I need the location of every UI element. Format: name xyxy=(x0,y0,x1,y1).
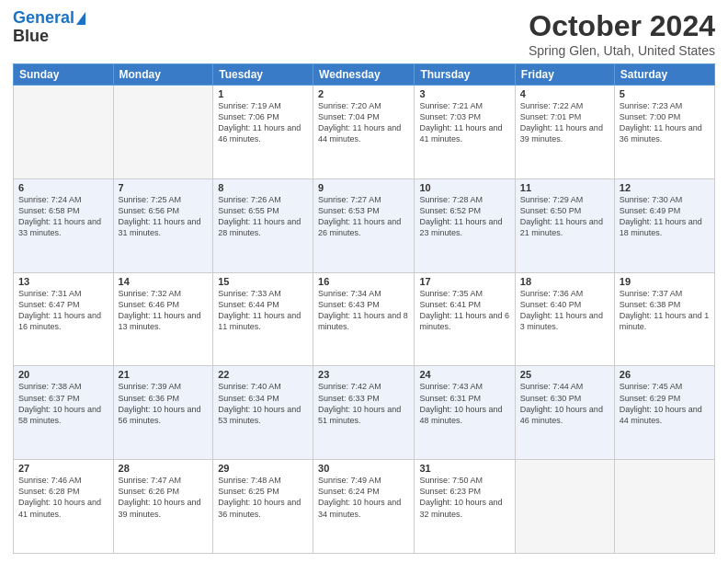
day-number: 15 xyxy=(218,276,308,287)
day-info: Sunrise: 7:48 AMSunset: 6:25 PMDaylight:… xyxy=(218,475,308,520)
table-row: 25Sunrise: 7:44 AMSunset: 6:30 PMDayligh… xyxy=(515,366,614,460)
col-sunday: Sunday xyxy=(14,64,114,86)
day-number: 12 xyxy=(620,182,710,193)
day-info: Sunrise: 7:30 AMSunset: 6:49 PMDaylight:… xyxy=(620,194,710,239)
day-info: Sunrise: 7:35 AMSunset: 6:41 PMDaylight:… xyxy=(419,288,509,333)
table-row: 16Sunrise: 7:34 AMSunset: 6:43 PMDayligh… xyxy=(313,272,415,366)
table-row: 15Sunrise: 7:33 AMSunset: 6:44 PMDayligh… xyxy=(213,272,313,366)
calendar-header-row: Sunday Monday Tuesday Wednesday Thursday… xyxy=(14,64,715,86)
day-info: Sunrise: 7:34 AMSunset: 6:43 PMDaylight:… xyxy=(318,288,409,333)
day-number: 22 xyxy=(218,369,308,380)
col-monday: Monday xyxy=(113,64,213,86)
calendar-week-row: 20Sunrise: 7:38 AMSunset: 6:37 PMDayligh… xyxy=(14,366,715,460)
day-number: 30 xyxy=(318,463,409,474)
day-info: Sunrise: 7:24 AMSunset: 6:58 PMDaylight:… xyxy=(18,194,108,239)
day-number: 23 xyxy=(318,369,409,380)
table-row xyxy=(14,86,114,179)
day-info: Sunrise: 7:22 AMSunset: 7:01 PMDaylight:… xyxy=(520,100,609,145)
table-row: 5Sunrise: 7:23 AMSunset: 7:00 PMDaylight… xyxy=(614,86,714,179)
table-row: 7Sunrise: 7:25 AMSunset: 6:56 PMDaylight… xyxy=(113,178,213,272)
day-number: 21 xyxy=(119,369,209,380)
day-info: Sunrise: 7:21 AMSunset: 7:03 PMDaylight:… xyxy=(419,100,509,145)
table-row: 6Sunrise: 7:24 AMSunset: 6:58 PMDaylight… xyxy=(14,178,114,272)
day-number: 20 xyxy=(18,369,108,380)
table-row: 17Sunrise: 7:35 AMSunset: 6:41 PMDayligh… xyxy=(415,272,515,366)
day-number: 2 xyxy=(318,88,409,99)
day-number: 19 xyxy=(620,276,710,287)
day-number: 13 xyxy=(18,276,108,287)
day-number: 4 xyxy=(520,88,609,99)
table-row: 3Sunrise: 7:21 AMSunset: 7:03 PMDaylight… xyxy=(415,86,515,179)
calendar-table: Sunday Monday Tuesday Wednesday Thursday… xyxy=(13,63,715,554)
table-row xyxy=(113,86,213,179)
table-row: 12Sunrise: 7:30 AMSunset: 6:49 PMDayligh… xyxy=(614,178,714,272)
day-number: 7 xyxy=(119,182,209,193)
table-row: 31Sunrise: 7:50 AMSunset: 6:23 PMDayligh… xyxy=(415,460,515,554)
col-friday: Friday xyxy=(515,64,614,86)
table-row xyxy=(614,460,714,554)
calendar-week-row: 1Sunrise: 7:19 AMSunset: 7:06 PMDaylight… xyxy=(14,86,715,179)
table-row: 21Sunrise: 7:39 AMSunset: 6:36 PMDayligh… xyxy=(113,366,213,460)
page-title: October 2024 xyxy=(529,9,715,43)
table-row: 13Sunrise: 7:31 AMSunset: 6:47 PMDayligh… xyxy=(14,272,114,366)
page-subtitle: Spring Glen, Utah, United States xyxy=(529,43,715,58)
table-row: 24Sunrise: 7:43 AMSunset: 6:31 PMDayligh… xyxy=(415,366,515,460)
col-thursday: Thursday xyxy=(415,64,515,86)
logo-general: General xyxy=(13,8,74,27)
col-saturday: Saturday xyxy=(614,64,714,86)
day-info: Sunrise: 7:31 AMSunset: 6:47 PMDaylight:… xyxy=(18,288,108,333)
day-info: Sunrise: 7:19 AMSunset: 7:06 PMDaylight:… xyxy=(218,100,308,145)
logo: General Blue xyxy=(13,9,85,46)
day-number: 25 xyxy=(520,369,609,380)
day-info: Sunrise: 7:47 AMSunset: 6:26 PMDaylight:… xyxy=(119,475,209,520)
day-number: 26 xyxy=(620,369,710,380)
calendar-week-row: 6Sunrise: 7:24 AMSunset: 6:58 PMDaylight… xyxy=(14,178,715,272)
day-number: 16 xyxy=(318,276,409,287)
day-info: Sunrise: 7:29 AMSunset: 6:50 PMDaylight:… xyxy=(520,194,609,239)
col-tuesday: Tuesday xyxy=(213,64,313,86)
day-info: Sunrise: 7:23 AMSunset: 7:00 PMDaylight:… xyxy=(620,100,710,145)
day-number: 14 xyxy=(119,276,209,287)
table-row: 19Sunrise: 7:37 AMSunset: 6:38 PMDayligh… xyxy=(614,272,714,366)
day-info: Sunrise: 7:32 AMSunset: 6:46 PMDaylight:… xyxy=(119,288,209,333)
table-row: 4Sunrise: 7:22 AMSunset: 7:01 PMDaylight… xyxy=(515,86,614,179)
table-row: 30Sunrise: 7:49 AMSunset: 6:24 PMDayligh… xyxy=(313,460,415,554)
day-number: 17 xyxy=(419,276,509,287)
day-number: 31 xyxy=(419,463,509,474)
logo-text: General xyxy=(13,9,74,28)
day-info: Sunrise: 7:42 AMSunset: 6:33 PMDaylight:… xyxy=(318,381,409,426)
table-row: 14Sunrise: 7:32 AMSunset: 6:46 PMDayligh… xyxy=(113,272,213,366)
day-info: Sunrise: 7:28 AMSunset: 6:52 PMDaylight:… xyxy=(419,194,509,239)
day-number: 28 xyxy=(119,463,209,474)
table-row: 8Sunrise: 7:26 AMSunset: 6:55 PMDaylight… xyxy=(213,178,313,272)
day-info: Sunrise: 7:20 AMSunset: 7:04 PMDaylight:… xyxy=(318,100,409,145)
day-info: Sunrise: 7:49 AMSunset: 6:24 PMDaylight:… xyxy=(318,475,409,520)
day-info: Sunrise: 7:37 AMSunset: 6:38 PMDaylight:… xyxy=(620,288,710,333)
day-info: Sunrise: 7:38 AMSunset: 6:37 PMDaylight:… xyxy=(18,381,108,426)
day-number: 9 xyxy=(318,182,409,193)
table-row: 10Sunrise: 7:28 AMSunset: 6:52 PMDayligh… xyxy=(415,178,515,272)
day-info: Sunrise: 7:36 AMSunset: 6:40 PMDaylight:… xyxy=(520,288,609,333)
table-row: 18Sunrise: 7:36 AMSunset: 6:40 PMDayligh… xyxy=(515,272,614,366)
day-number: 29 xyxy=(218,463,308,474)
day-info: Sunrise: 7:26 AMSunset: 6:55 PMDaylight:… xyxy=(218,194,308,239)
day-number: 18 xyxy=(520,276,609,287)
header: General Blue October 2024 Spring Glen, U… xyxy=(13,9,715,58)
day-number: 24 xyxy=(419,369,509,380)
day-info: Sunrise: 7:43 AMSunset: 6:31 PMDaylight:… xyxy=(419,381,509,426)
day-number: 5 xyxy=(620,88,710,99)
table-row: 1Sunrise: 7:19 AMSunset: 7:06 PMDaylight… xyxy=(213,86,313,179)
table-row: 27Sunrise: 7:46 AMSunset: 6:28 PMDayligh… xyxy=(14,460,114,554)
day-info: Sunrise: 7:25 AMSunset: 6:56 PMDaylight:… xyxy=(119,194,209,239)
day-number: 3 xyxy=(419,88,509,99)
table-row: 9Sunrise: 7:27 AMSunset: 6:53 PMDaylight… xyxy=(313,178,415,272)
page: General Blue October 2024 Spring Glen, U… xyxy=(0,0,728,563)
day-info: Sunrise: 7:33 AMSunset: 6:44 PMDaylight:… xyxy=(218,288,308,333)
day-number: 8 xyxy=(218,182,308,193)
day-info: Sunrise: 7:44 AMSunset: 6:30 PMDaylight:… xyxy=(520,381,609,426)
day-info: Sunrise: 7:40 AMSunset: 6:34 PMDaylight:… xyxy=(218,381,308,426)
table-row: 2Sunrise: 7:20 AMSunset: 7:04 PMDaylight… xyxy=(313,86,415,179)
day-number: 10 xyxy=(419,182,509,193)
logo-triangle-icon xyxy=(76,12,85,25)
day-info: Sunrise: 7:50 AMSunset: 6:23 PMDaylight:… xyxy=(419,475,509,520)
